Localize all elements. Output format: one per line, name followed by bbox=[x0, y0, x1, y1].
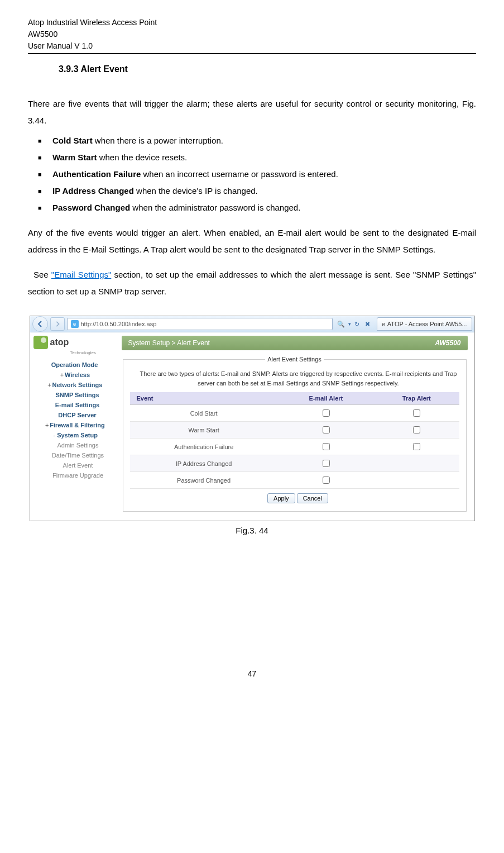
bullet-item: Warm Start when the device resets. bbox=[36, 149, 476, 166]
email-settings-link[interactable]: "Email Settings" bbox=[51, 270, 111, 279]
sidebar-item[interactable]: SNMP Settings bbox=[33, 390, 116, 400]
bullet-rest: when there is a power interruption. bbox=[93, 136, 223, 145]
table-row: Authentication Failure bbox=[130, 439, 459, 455]
trap-alert-checkbox[interactable] bbox=[413, 443, 420, 450]
sidebar-item[interactable]: DHCP Server bbox=[33, 410, 116, 420]
figure-caption: Fig.3. 44 bbox=[28, 526, 476, 535]
figure-screenshot: e http://10.0.50.200/index.asp 🔍 ▾ ↻ ✖ e… bbox=[28, 316, 476, 535]
col-event: Event bbox=[130, 392, 278, 405]
cell-email-alert bbox=[278, 455, 374, 472]
table-row: Cold Start bbox=[130, 405, 459, 422]
doc-header: Atop Industrial Wireless Access Point AW… bbox=[28, 17, 476, 54]
cell-event: Authentication Failure bbox=[130, 439, 278, 455]
email-alert-checkbox[interactable] bbox=[323, 409, 330, 417]
cell-trap-alert bbox=[374, 439, 459, 455]
doc-header-line3: User Manual V 1.0 bbox=[28, 40, 476, 52]
fieldset-description: There are two types of alerts: E-mail an… bbox=[130, 367, 459, 392]
app-body: atop Technologies Operation ModeWireless… bbox=[30, 332, 474, 521]
col-trap-alert: Trap Alert bbox=[374, 392, 459, 405]
cell-event: IP Address Changed bbox=[130, 455, 278, 472]
sidebar-item[interactable]: Firmware Upgrade bbox=[33, 470, 116, 480]
browser-tab[interactable]: e ATOP - Access Point AW55... bbox=[377, 317, 472, 331]
paragraph-3: See "Email Settings" section, to set up … bbox=[28, 266, 476, 300]
bullet-item: Password Changed when the administrator … bbox=[36, 199, 476, 216]
forward-button[interactable] bbox=[50, 317, 65, 331]
trap-alert-checkbox[interactable] bbox=[413, 426, 420, 433]
email-alert-checkbox[interactable] bbox=[323, 426, 330, 433]
trap-alert-checkbox[interactable] bbox=[413, 409, 420, 417]
button-row: Apply Cancel bbox=[130, 493, 459, 503]
bullet-strong: Password Changed bbox=[52, 203, 130, 212]
logo: atop bbox=[33, 336, 116, 349]
back-button[interactable] bbox=[32, 316, 48, 332]
address-bar: e http://10.0.50.200/index.asp 🔍 ▾ ↻ ✖ e… bbox=[30, 316, 474, 332]
url-field[interactable]: e http://10.0.50.200/index.asp bbox=[67, 318, 333, 330]
cell-event: Cold Start bbox=[130, 405, 278, 422]
cell-email-alert bbox=[278, 422, 374, 439]
bullet-strong: IP Address Changed bbox=[52, 186, 134, 196]
breadcrumb-bar: System Setup > Alert Event AW5500 bbox=[122, 336, 468, 350]
logo-text: atop bbox=[50, 337, 69, 347]
table-row: Warm Start bbox=[130, 422, 459, 439]
bullet-strong: Cold Start bbox=[52, 136, 93, 145]
cell-email-alert bbox=[278, 439, 374, 455]
cancel-button[interactable]: Cancel bbox=[297, 493, 328, 503]
bullet-rest: when the administrator password is chang… bbox=[130, 203, 300, 212]
main-panel: System Setup > Alert Event AW5500 Alert … bbox=[119, 332, 474, 521]
logo-mark-icon bbox=[33, 336, 48, 349]
paragraph-2: Any of the five events would trigger an … bbox=[28, 225, 476, 258]
sidebar-item[interactable]: Alert Event bbox=[33, 460, 116, 470]
model-label: AW5500 bbox=[435, 339, 460, 347]
back-arrow-icon bbox=[37, 321, 44, 327]
stop-icon[interactable]: ✖ bbox=[363, 321, 372, 328]
bullet-rest: when the device's IP is changed. bbox=[134, 186, 258, 196]
logo-subtext: Technologies bbox=[50, 350, 116, 355]
doc-header-line2: AW5500 bbox=[28, 28, 476, 40]
table-header-row: Event E-mail Alert Trap Alert bbox=[130, 392, 459, 405]
search-icon[interactable]: 🔍 bbox=[335, 321, 347, 328]
section-heading: 3.9.3 Alert Event bbox=[59, 64, 476, 74]
nav-menu: Operation ModeWirelessNetwork SettingsSN… bbox=[33, 360, 116, 480]
sidebar-item[interactable]: Firewall & Filtering bbox=[33, 420, 116, 430]
bullet-strong: Warm Start bbox=[52, 153, 97, 162]
bullet-item: Authentication Failure when an incorrect… bbox=[36, 166, 476, 183]
sidebar-item[interactable]: Date/Time Settings bbox=[33, 450, 116, 460]
cell-trap-alert bbox=[374, 405, 459, 422]
browser-window: e http://10.0.50.200/index.asp 🔍 ▾ ↻ ✖ e… bbox=[30, 316, 475, 521]
sidebar: atop Technologies Operation ModeWireless… bbox=[30, 332, 119, 521]
sidebar-item[interactable]: E-mail Settings bbox=[33, 400, 116, 410]
cell-email-alert bbox=[278, 405, 374, 422]
url-text: http://10.0.50.200/index.asp bbox=[81, 321, 157, 327]
sidebar-item[interactable]: Admin Settings bbox=[33, 440, 116, 450]
breadcrumb-text: System Setup > Alert Event bbox=[128, 339, 210, 347]
refresh-icon[interactable]: ↻ bbox=[352, 321, 362, 328]
cell-email-alert bbox=[278, 472, 374, 489]
tab-title: ATOP - Access Point AW55... bbox=[387, 321, 467, 327]
cell-event: Password Changed bbox=[130, 472, 278, 489]
cell-event: Warm Start bbox=[130, 422, 278, 439]
sidebar-item[interactable]: Network Settings bbox=[33, 380, 116, 390]
cell-trap-alert bbox=[374, 422, 459, 439]
favicon-icon: e bbox=[71, 320, 79, 328]
intro-paragraph: There are five events that will trigger … bbox=[28, 96, 476, 129]
bullet-strong: Authentication Failure bbox=[52, 169, 141, 179]
dropdown-icon[interactable]: ▾ bbox=[348, 321, 351, 327]
sidebar-item[interactable]: System Setup bbox=[33, 430, 116, 440]
address-bar-controls: 🔍 ▾ ↻ ✖ bbox=[335, 321, 372, 328]
bullet-list: Cold Start when there is a power interru… bbox=[36, 132, 476, 216]
bullet-item: Cold Start when there is a power interru… bbox=[36, 132, 476, 149]
sidebar-item[interactable]: Operation Mode bbox=[33, 360, 116, 370]
bullet-rest: when the device resets. bbox=[97, 153, 187, 162]
cell-trap-alert bbox=[374, 472, 459, 489]
email-alert-checkbox[interactable] bbox=[323, 443, 330, 450]
tab-favicon-icon: e bbox=[382, 321, 385, 327]
table-row: Password Changed bbox=[130, 472, 459, 489]
email-alert-checkbox[interactable] bbox=[323, 476, 330, 484]
apply-button[interactable]: Apply bbox=[267, 493, 295, 503]
email-alert-checkbox[interactable] bbox=[323, 460, 330, 467]
table-row: IP Address Changed bbox=[130, 455, 459, 472]
col-email-alert: E-mail Alert bbox=[278, 392, 374, 405]
cell-trap-alert bbox=[374, 455, 459, 472]
sidebar-item[interactable]: Wireless bbox=[33, 370, 116, 380]
bullet-item: IP Address Changed when the device's IP … bbox=[36, 183, 476, 199]
